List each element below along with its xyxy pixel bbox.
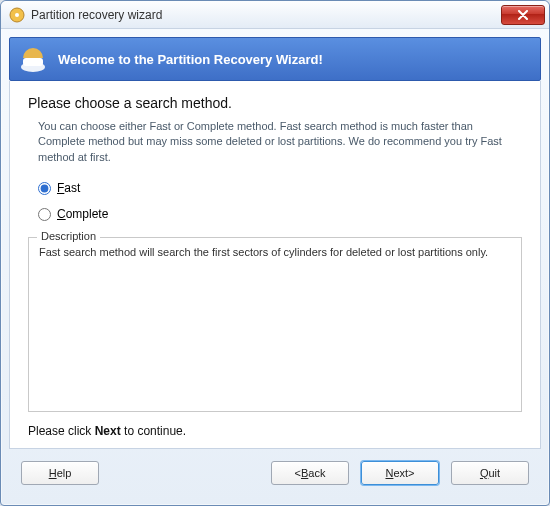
wizard-window: Partition recovery wizard Welcome to the… xyxy=(0,0,550,506)
quit-button[interactable]: Quit xyxy=(451,461,529,485)
wizard-icon xyxy=(18,44,48,74)
radio-complete[interactable]: Complete xyxy=(38,207,522,221)
close-button[interactable] xyxy=(501,5,545,25)
radio-complete-input[interactable] xyxy=(38,208,51,221)
page-heading: Please choose a search method. xyxy=(28,95,522,111)
banner: Welcome to the Partition Recovery Wizard… xyxy=(9,37,541,81)
button-row: Help <Back Next> Quit xyxy=(9,449,541,497)
back-button[interactable]: <Back xyxy=(271,461,349,485)
svg-rect-3 xyxy=(23,58,43,66)
description-group: Description Fast search method will sear… xyxy=(28,237,522,412)
app-icon xyxy=(9,7,25,23)
help-button[interactable]: Help xyxy=(21,461,99,485)
client-area: Welcome to the Partition Recovery Wizard… xyxy=(1,29,549,505)
radio-complete-label: Complete xyxy=(57,207,108,221)
radio-fast-input[interactable] xyxy=(38,182,51,195)
banner-title: Welcome to the Partition Recovery Wizard… xyxy=(58,52,323,67)
titlebar: Partition recovery wizard xyxy=(1,1,549,29)
content-panel: Please choose a search method. You can c… xyxy=(9,81,541,449)
description-text: Fast search method will search the first… xyxy=(39,246,511,258)
radio-fast-label: Fast xyxy=(57,181,80,195)
svg-point-1 xyxy=(15,13,19,17)
radio-fast[interactable]: Fast xyxy=(38,181,522,195)
next-button[interactable]: Next> xyxy=(361,461,439,485)
continue-hint: Please click Next to continue. xyxy=(28,424,522,438)
description-legend: Description xyxy=(37,230,100,242)
window-title: Partition recovery wizard xyxy=(31,8,501,22)
page-subtext: You can choose either Fast or Complete m… xyxy=(38,119,522,165)
